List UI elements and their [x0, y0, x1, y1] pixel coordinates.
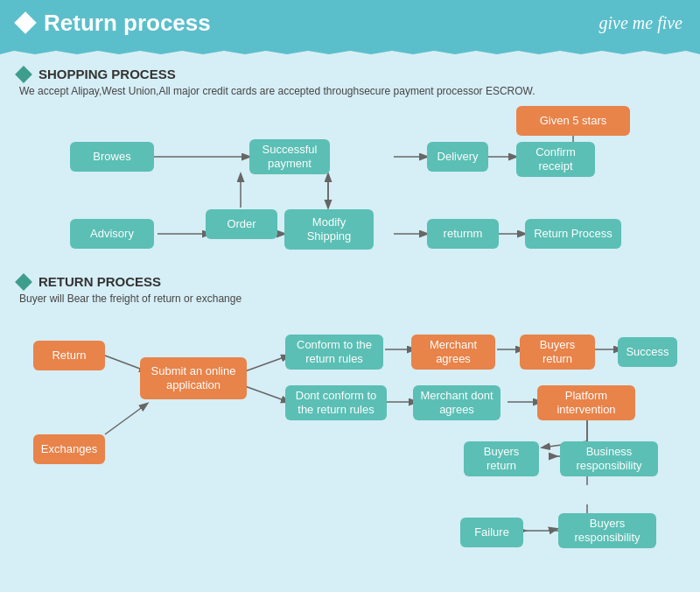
return-box: Return	[33, 341, 105, 370]
svg-line-17	[105, 404, 147, 434]
header-diamond	[14, 11, 36, 33]
buyers-return1-box: Buyers return	[520, 335, 595, 370]
shopping-section-header: SHOPPING PROCESS	[18, 67, 682, 81]
successful-payment-box: Successful payment	[249, 139, 330, 174]
platform-intervention-box: Platform intervention	[537, 385, 635, 420]
order-box: Order	[206, 209, 277, 239]
advisory-box: Advisory	[70, 219, 154, 249]
modify-shipping-box: Modify Shipping	[284, 209, 374, 250]
return-process-box: Return Process	[525, 219, 621, 249]
header-script: give me five	[599, 13, 683, 33]
buyers-return2-box: Buyers return	[464, 441, 539, 476]
delivery-box: Delivery	[427, 142, 488, 172]
shopping-title: SHOPPING PROCESS	[38, 67, 176, 81]
return-diamond-icon	[15, 273, 32, 291]
merchant-dont-agrees-box: Merchant dont agrees	[413, 385, 500, 420]
svg-line-16	[245, 386, 289, 402]
return-flow: Return Exchanges Submit an online applic…	[18, 312, 682, 570]
page-header: Return process give me five	[0, 0, 700, 46]
main-content: SHOPPING PROCESS We accept Alipay,West U…	[0, 46, 700, 579]
business-responsibility-box: Business responsibility	[560, 441, 658, 476]
submit-online-box: Submit an online application	[140, 357, 247, 399]
shopping-subtitle: We accept Alipay,West Union,All major cr…	[19, 85, 682, 97]
shopping-diamond-icon	[15, 66, 32, 83]
merchant-agrees-box: Merchant agrees	[411, 335, 495, 370]
confirm-receipt-box: Confirm receipt	[516, 142, 595, 177]
shopping-flow: Given 5 stars Browes Successful payment …	[18, 104, 682, 271]
page-title: Return process	[44, 10, 211, 37]
returnm-box: returnm	[427, 219, 499, 249]
exchanges-box: Exchanges	[33, 434, 105, 464]
return-subtitle: Buyer will Bear the freight of return or…	[19, 292, 682, 305]
return-title: RETURN PROCESS	[38, 274, 161, 289]
return-section-header: RETURN PROCESS	[18, 274, 682, 289]
success-box: Success	[618, 337, 677, 367]
failure-box: Failure	[460, 518, 523, 547]
given-5-stars-box: Given 5 stars	[516, 106, 630, 136]
conform-rules-box: Conform to the return rules	[285, 335, 383, 370]
browes-box: Browes	[70, 142, 154, 172]
svg-line-12	[245, 356, 289, 371]
dont-conform-rules-box: Dont conform to the return rules	[285, 385, 387, 420]
buyers-responsibility-box: Buyers responsibility	[558, 513, 656, 548]
